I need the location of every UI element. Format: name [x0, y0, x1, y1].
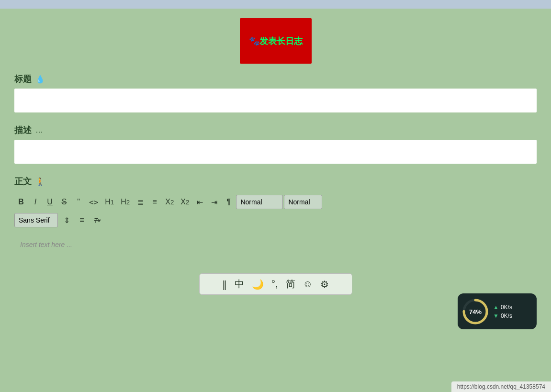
description-input[interactable] — [14, 140, 537, 164]
h1-button[interactable]: H1 — [102, 195, 117, 209]
upload-arrow-icon: ▲ — [493, 304, 499, 311]
description-icon: … — [35, 126, 43, 134]
upload-stat: ▲ 0K/s — [493, 304, 512, 311]
bold-button[interactable]: B — [14, 195, 28, 209]
download-arrow-icon: ▼ — [493, 313, 499, 319]
h2-button[interactable]: H2 — [118, 195, 133, 209]
title-icon: 💧 — [35, 75, 45, 84]
header-banner: 🐾发表长日志 — [240, 18, 312, 64]
main-content: 🐾发表长日志 标题 💧 描述 … 正文 🚶 B I U S " — [0, 9, 551, 392]
indent-button[interactable]: ⇥ — [207, 195, 221, 209]
body-icon: 🚶 — [35, 177, 45, 186]
underline-button[interactable]: U — [43, 195, 56, 209]
bottom-icon-moon[interactable]: 🌙 — [252, 279, 264, 290]
paragraph-button[interactable]: ¶ — [222, 195, 235, 209]
body-section: 正文 🚶 B I U S " <> H1 H2 ≣ ≡ X2 X2 ⇤ ⇥ ¶ — [14, 176, 537, 295]
unordered-list-button[interactable]: ≡ — [148, 195, 161, 209]
subscript-button[interactable]: X2 — [162, 195, 177, 209]
download-speed: 0K/s — [501, 313, 512, 319]
footer-url: https://blog.csdn.net/qq_41358574 — [451, 381, 551, 392]
editor-toolbar: B I U S " <> H1 H2 ≣ ≡ X2 X2 ⇤ ⇥ ¶ Norma… — [14, 191, 537, 231]
ordered-list-button[interactable]: ≣ — [134, 195, 147, 209]
footer-url-text: https://blog.csdn.net/qq_41358574 — [457, 383, 545, 390]
bottom-icon-emoji[interactable]: ☺ — [303, 279, 313, 290]
align-button[interactable]: ≡ — [75, 213, 89, 227]
upload-speed: 0K/s — [501, 304, 512, 311]
speed-circle: 74% — [461, 298, 489, 325]
heading-select-wrapper: Normal Heading 1 Heading 2 Heading 3 — [236, 195, 283, 209]
bottom-icon-punctuation[interactable]: °, — [271, 279, 278, 290]
title-label-row: 标题 💧 — [14, 73, 537, 85]
toolbar-row-1: B I U S " <> H1 H2 ≣ ≡ X2 X2 ⇤ ⇥ ¶ Norma… — [14, 195, 537, 209]
description-label-row: 描述 … — [14, 124, 537, 136]
title-input[interactable] — [14, 89, 537, 112]
font-size-button[interactable]: ⇕ — [60, 213, 73, 227]
body-label-row: 正文 🚶 — [14, 176, 537, 187]
editor-placeholder: Insert text here ... — [20, 241, 72, 248]
normal-display: Normal — [284, 195, 322, 209]
download-stat: ▼ 0K/s — [493, 313, 512, 319]
title-section: 标题 💧 — [14, 73, 537, 112]
bottom-toolbar: ‖ 中 🌙 °, 简 ☺ ⚙ — [199, 273, 352, 295]
editor-area[interactable]: Insert text here ... — [14, 235, 537, 264]
body-label-text: 正文 — [14, 176, 32, 187]
speed-percent: 74% — [469, 308, 482, 315]
banner-title: 🐾发表长日志 — [249, 35, 303, 47]
top-bar — [0, 0, 551, 9]
blockquote-button[interactable]: " — [72, 195, 85, 209]
code-button[interactable]: <> — [86, 195, 101, 209]
clear-format-button[interactable]: Tx — [90, 213, 104, 227]
strikethrough-button[interactable]: S — [57, 195, 71, 209]
bottom-icon-settings[interactable]: ⚙ — [320, 279, 329, 290]
speed-stats: ▲ 0K/s ▼ 0K/s — [493, 304, 512, 319]
outdent-button[interactable]: ⇤ — [193, 195, 206, 209]
heading-select[interactable]: Normal Heading 1 Heading 2 Heading 3 — [236, 195, 283, 209]
italic-button[interactable]: I — [29, 195, 42, 209]
superscript-button[interactable]: X2 — [178, 195, 192, 209]
description-label-text: 描述 — [14, 124, 32, 136]
bottom-icon-simplified[interactable]: 简 — [286, 278, 295, 291]
font-family-select[interactable]: Sans Serif Serif Monospace — [14, 213, 58, 227]
title-label-text: 标题 — [14, 73, 32, 85]
speed-widget: 74% ▲ 0K/s ▼ 0K/s — [458, 293, 537, 329]
bottom-icon-divider[interactable]: ‖ — [222, 279, 227, 290]
bottom-icon-chinese[interactable]: 中 — [235, 278, 244, 291]
description-section: 描述 … — [14, 124, 537, 164]
toolbar-row-2: Sans Serif Serif Monospace ⇕ ≡ Tx — [14, 213, 537, 227]
